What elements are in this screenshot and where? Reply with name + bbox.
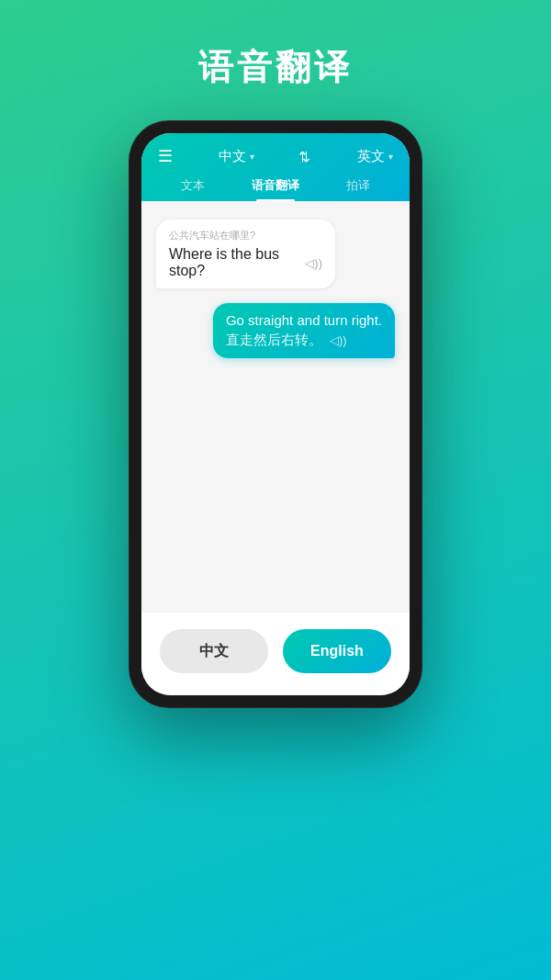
page-title: 语音翻译 (198, 44, 353, 91)
chinese-language-button[interactable]: 中文 (160, 629, 268, 673)
target-language-label: 英文 (357, 148, 385, 165)
lang-row: ☰ 中文 ▾ ⇄ 英文 ▾ (158, 146, 393, 166)
speaker-icon[interactable]: ◁)) (305, 256, 322, 270)
target-language-dropdown-icon: ▾ (388, 152, 393, 162)
phone-frame: ☰ 中文 ▾ ⇄ 英文 ▾ 文本 语音翻译 拍译 (129, 120, 422, 708)
bubble-text: Where is the bus stop? (169, 246, 298, 279)
conversation-bubble-left: 公共汽车站在哪里? Where is the bus stop? ◁)) (156, 220, 335, 288)
tab-text[interactable]: 文本 (181, 177, 205, 201)
tab-voice-translation[interactable]: 语音翻译 (252, 177, 299, 201)
bubble-sub-right: 直走然后右转。 ◁)) (226, 332, 382, 349)
swap-languages-icon[interactable]: ⇄ (297, 151, 314, 163)
tab-row: 文本 语音翻译 拍译 (158, 177, 393, 201)
tab-photo-translation[interactable]: 拍译 (346, 177, 370, 201)
phone-mockup: ☰ 中文 ▾ ⇄ 英文 ▾ 文本 语音翻译 拍译 (129, 120, 422, 708)
bubble-text-right: Go straight and turn right. (226, 312, 382, 328)
bubble-main: Where is the bus stop? ◁)) (169, 246, 322, 279)
phone-screen: ☰ 中文 ▾ ⇄ 英文 ▾ 文本 语音翻译 拍译 (141, 133, 410, 695)
target-language-button[interactable]: 英文 ▾ (357, 148, 393, 165)
source-language-dropdown-icon: ▾ (250, 152, 254, 162)
source-language-label: 中文 (219, 148, 246, 165)
phone-topbar: ☰ 中文 ▾ ⇄ 英文 ▾ 文本 语音翻译 拍译 (141, 133, 410, 201)
chat-area: 公共汽车站在哪里? Where is the bus stop? ◁)) Go … (141, 201, 410, 613)
speaker-icon-right[interactable]: ◁)) (330, 333, 347, 347)
menu-icon[interactable]: ☰ (158, 146, 173, 166)
bottom-buttons: 中文 English (141, 613, 410, 695)
bubble-sub-text-content: 直走然后右转。 (226, 332, 322, 349)
english-language-button[interactable]: English (283, 629, 391, 673)
conversation-bubble-right: Go straight and turn right. 直走然后右转。 ◁)) (213, 303, 395, 358)
bubble-source-label: 公共汽车站在哪里? (169, 229, 322, 242)
source-language-button[interactable]: 中文 ▾ (219, 148, 254, 165)
bubble-main-right: Go straight and turn right. (226, 312, 382, 328)
